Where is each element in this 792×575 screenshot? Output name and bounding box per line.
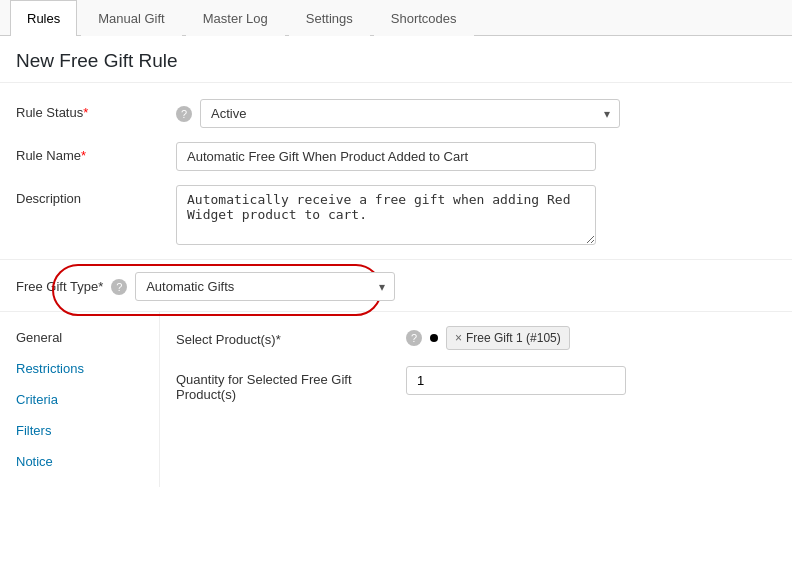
- side-nav-restrictions[interactable]: Restrictions: [0, 353, 159, 384]
- page-wrapper: Rules Manual Gift Master Log Settings Sh…: [0, 0, 792, 575]
- select-products-row: Select Product(s)* ? × Free Gift 1 (#105…: [176, 326, 776, 350]
- rule-status-field: ? Active Inactive ▾: [176, 99, 776, 128]
- tab-master-log[interactable]: Master Log: [186, 0, 285, 36]
- quantity-field: [406, 366, 776, 395]
- rule-name-row: Rule Name*: [16, 142, 776, 171]
- rule-status-help-icon[interactable]: ?: [176, 106, 192, 122]
- rule-status-label: Rule Status*: [16, 99, 176, 120]
- description-textarea[interactable]: Automatically receive a free gift when a…: [176, 185, 596, 245]
- gift-type-section: Free Gift Type* ? Automatic Gifts URL Co…: [0, 259, 792, 301]
- side-nav-notice[interactable]: Notice: [0, 446, 159, 477]
- description-label: Description: [16, 185, 176, 206]
- quantity-row: Quantity for Selected Free Gift Product(…: [176, 366, 776, 402]
- description-row: Description Automatically receive a free…: [16, 185, 776, 245]
- side-nav: General Restrictions Criteria Filters No…: [0, 312, 160, 487]
- gift-type-row: Free Gift Type* ? Automatic Gifts URL Co…: [16, 272, 776, 301]
- main-content: Select Product(s)* ? × Free Gift 1 (#105…: [160, 312, 792, 487]
- rule-name-label: Rule Name*: [16, 142, 176, 163]
- select-products-help-icon[interactable]: ?: [406, 330, 422, 346]
- select-products-field: ? × Free Gift 1 (#105): [406, 326, 776, 350]
- side-nav-general[interactable]: General: [0, 322, 159, 353]
- description-field: Automatically receive a free gift when a…: [176, 185, 776, 245]
- rule-status-select-wrapper: Active Inactive ▾: [200, 99, 620, 128]
- quantity-input[interactable]: [406, 366, 626, 395]
- side-nav-filters[interactable]: Filters: [0, 415, 159, 446]
- rule-status-row: Rule Status* ? Active Inactive ▾: [16, 99, 776, 128]
- tab-settings[interactable]: Settings: [289, 0, 370, 36]
- free-gift-type-select[interactable]: Automatic Gifts URL Coupon Gift Manual G…: [135, 272, 395, 301]
- product-tag-label: Free Gift 1 (#105): [466, 331, 561, 345]
- free-gift-type-label: Free Gift Type*: [16, 279, 103, 294]
- page-title: New Free Gift Rule: [0, 36, 792, 83]
- free-gift-type-help-icon[interactable]: ?: [111, 279, 127, 295]
- form-area: Rule Status* ? Active Inactive ▾ Rule Na…: [0, 83, 792, 245]
- rule-name-field: [176, 142, 776, 171]
- tab-rules[interactable]: Rules: [10, 0, 77, 36]
- dot-indicator: [430, 334, 438, 342]
- rule-name-input[interactable]: [176, 142, 596, 171]
- side-nav-criteria[interactable]: Criteria: [0, 384, 159, 415]
- tab-manual-gift[interactable]: Manual Gift: [81, 0, 181, 36]
- select-products-label: Select Product(s)*: [176, 326, 406, 347]
- rule-status-select[interactable]: Active Inactive: [200, 99, 620, 128]
- product-tag: × Free Gift 1 (#105): [446, 326, 570, 350]
- remove-product-icon[interactable]: ×: [455, 331, 462, 345]
- quantity-label: Quantity for Selected Free Gift Product(…: [176, 366, 406, 402]
- tabs-bar: Rules Manual Gift Master Log Settings Sh…: [0, 0, 792, 36]
- content-area: General Restrictions Criteria Filters No…: [0, 311, 792, 487]
- free-gift-type-select-wrapper: Automatic Gifts URL Coupon Gift Manual G…: [135, 272, 395, 301]
- tab-shortcodes[interactable]: Shortcodes: [374, 0, 474, 36]
